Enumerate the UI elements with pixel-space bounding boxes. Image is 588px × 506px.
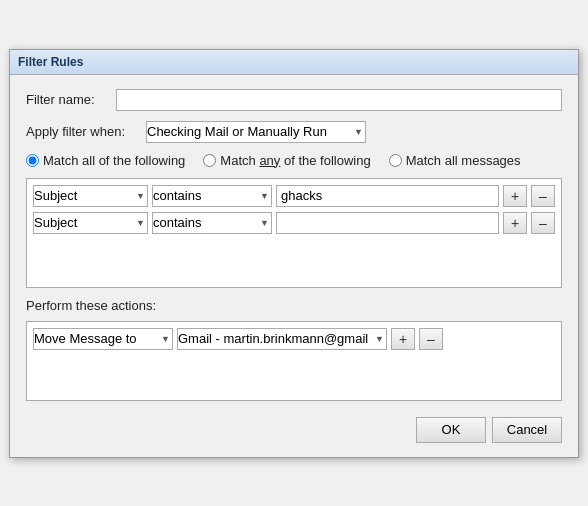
match-any-label[interactable]: Match any of the following [203,153,370,168]
apply-filter-dropdown-wrapper: Checking Mail or Manually Run Checking M… [146,121,366,143]
cond2-value-input[interactable] [276,212,499,234]
action-type-select[interactable]: Move Message to Copy Message to Delete M… [33,328,173,350]
match-messages-text: Match all messages [406,153,521,168]
action-type-wrapper: Move Message to Copy Message to Delete M… [33,328,173,350]
action-row-1: Move Message to Copy Message to Delete M… [33,328,555,350]
match-messages-label[interactable]: Match all messages [389,153,521,168]
cond2-op-wrapper: contains doesn't contain is begins with … [152,212,272,234]
filter-name-input[interactable] [116,89,562,111]
match-all-radio[interactable] [26,154,39,167]
match-any-text: Match any of the following [220,153,370,168]
apply-filter-label: Apply filter when: [26,124,146,139]
match-any-radio[interactable] [203,154,216,167]
cond2-field-select[interactable]: Subject Sender Recipient Date Body [33,212,148,234]
cond1-field-select[interactable]: Subject Sender Recipient Date Body [33,185,148,207]
cond1-value-input[interactable] [276,185,499,207]
cond1-op-wrapper: contains doesn't contain is begins with … [152,185,272,207]
condition-row-1: Subject Sender Recipient Date Body ▼ con… [33,185,555,207]
dialog-buttons-row: OK Cancel [26,411,562,447]
cond1-field-wrapper: Subject Sender Recipient Date Body ▼ [33,185,148,207]
dialog-title-bar: Filter Rules [10,50,578,75]
cond2-remove-button[interactable]: – [531,212,555,234]
actions-label: Perform these actions: [26,298,562,313]
action-remove-button[interactable]: – [419,328,443,350]
dialog-title: Filter Rules [18,55,83,69]
dialog-body: Filter name: Apply filter when: Checking… [10,75,578,457]
match-all-text: Match all of the following [43,153,185,168]
apply-filter-select[interactable]: Checking Mail or Manually Run Checking M… [146,121,366,143]
filter-name-row: Filter name: [26,89,562,111]
ok-button[interactable]: OK [416,417,486,443]
conditions-box: Subject Sender Recipient Date Body ▼ con… [26,178,562,288]
action-target-select[interactable]: Gmail - martin.brinkmann@gmail.com Local… [177,328,387,350]
match-options-row: Match all of the following Match any of … [26,153,562,168]
action-add-button[interactable]: + [391,328,415,350]
apply-filter-row: Apply filter when: Checking Mail or Manu… [26,121,562,143]
condition-row-2: Subject Sender Recipient Date Body ▼ con… [33,212,555,234]
cond1-remove-button[interactable]: – [531,185,555,207]
match-all-label[interactable]: Match all of the following [26,153,185,168]
match-messages-radio[interactable] [389,154,402,167]
filter-name-label: Filter name: [26,92,116,107]
cond2-field-wrapper: Subject Sender Recipient Date Body ▼ [33,212,148,234]
action-target-wrapper: Gmail - martin.brinkmann@gmail.com Local… [177,328,387,350]
actions-box: Move Message to Copy Message to Delete M… [26,321,562,401]
cancel-button[interactable]: Cancel [492,417,562,443]
cond2-add-button[interactable]: + [503,212,527,234]
cond1-operator-select[interactable]: contains doesn't contain is begins with … [152,185,272,207]
filter-rules-dialog: Filter Rules Filter name: Apply filter w… [9,49,579,458]
cond2-operator-select[interactable]: contains doesn't contain is begins with … [152,212,272,234]
cond1-add-button[interactable]: + [503,185,527,207]
